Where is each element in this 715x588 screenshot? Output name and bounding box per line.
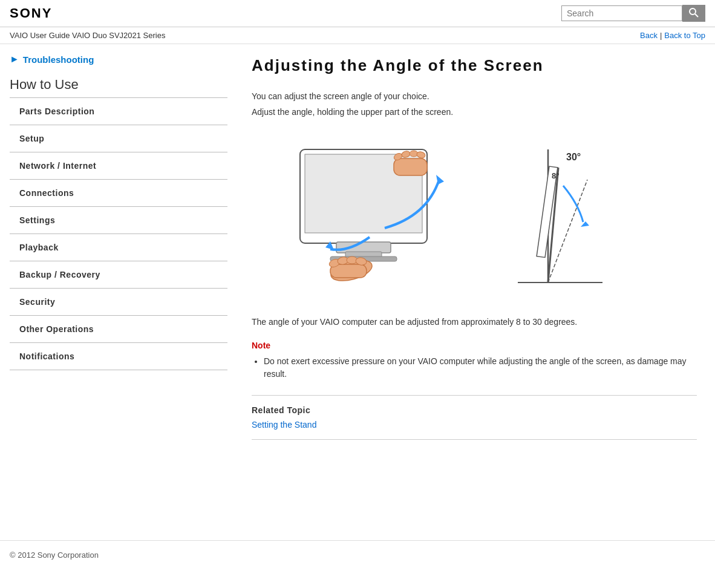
- note-list: Do not exert excessive pressure on your …: [264, 355, 697, 381]
- sony-logo: SONY: [10, 5, 52, 21]
- main-layout: ► Troubleshooting How to Use Parts Descr…: [0, 44, 715, 528]
- sidebar-item-backup-recovery[interactable]: Backup / Recovery: [10, 261, 227, 289]
- search-area: [561, 5, 705, 22]
- note-section: Note Do not exert excessive pressure on …: [252, 341, 697, 381]
- breadcrumb-title: VAIO User Guide VAIO Duo SVJ2021 Series: [10, 31, 165, 40]
- intro-line1: You can adjust the screen angle of your …: [252, 90, 697, 103]
- footer: © 2012 Sony Corporation: [0, 540, 715, 566]
- svg-rect-4: [336, 242, 391, 253]
- note-label: Note: [252, 341, 697, 350]
- illustration-area: 30° 8°: [252, 131, 697, 301]
- sidebar-item-playback[interactable]: Playback: [10, 234, 227, 261]
- how-to-use-heading: How to Use: [10, 77, 227, 93]
- nav-links: Back | Back to Top: [640, 31, 705, 40]
- copyright: © 2012 Sony Corporation: [10, 550, 99, 560]
- screen-tilt-illustration: [252, 131, 469, 301]
- right-illustration: 30° 8°: [494, 131, 615, 301]
- troubleshooting-heading[interactable]: ► Troubleshooting: [10, 54, 227, 65]
- content: Adjusting the Angle of the Screen You ca…: [227, 44, 715, 528]
- related-topic-link[interactable]: Setting the Stand: [252, 420, 316, 430]
- angle-description: The angle of your VAIO computer can be a…: [252, 315, 697, 328]
- angle-diagram-illustration: 30° 8°: [494, 131, 615, 301]
- related-topic-divider-bottom: [252, 439, 697, 440]
- troubleshooting-label: Troubleshooting: [23, 54, 94, 65]
- svg-point-0: [690, 8, 696, 15]
- sidebar-item-other-operations[interactable]: Other Operations: [10, 316, 227, 343]
- sidebar-item-notifications[interactable]: Notifications: [10, 343, 227, 370]
- svg-marker-25: [581, 221, 589, 227]
- left-illustration: [252, 131, 469, 301]
- svg-line-1: [695, 14, 698, 17]
- header: SONY: [0, 0, 715, 27]
- arrow-icon: ►: [10, 54, 19, 65]
- sidebar: ► Troubleshooting How to Use Parts Descr…: [0, 44, 227, 528]
- sidebar-item-settings[interactable]: Settings: [10, 207, 227, 234]
- back-to-top-link[interactable]: Back to Top: [664, 31, 705, 40]
- svg-text:30°: 30°: [566, 152, 581, 162]
- search-button[interactable]: [682, 5, 705, 22]
- breadcrumb-bar: VAIO User Guide VAIO Duo SVJ2021 Series …: [0, 27, 715, 44]
- related-topic-divider-top: [252, 395, 697, 396]
- svg-rect-13: [394, 158, 427, 175]
- back-link[interactable]: Back: [640, 31, 658, 40]
- intro-text: You can adjust the screen angle of your …: [252, 90, 697, 119]
- svg-text:8°: 8°: [552, 171, 559, 180]
- sidebar-item-network-internet[interactable]: Network / Internet: [10, 152, 227, 180]
- sidebar-item-security[interactable]: Security: [10, 289, 227, 316]
- search-input[interactable]: [561, 5, 682, 21]
- sidebar-item-connections[interactable]: Connections: [10, 180, 227, 207]
- sidebar-item-parts-description[interactable]: Parts Description: [10, 98, 227, 125]
- note-item: Do not exert excessive pressure on your …: [264, 355, 697, 381]
- page-title: Adjusting the Angle of the Screen: [252, 56, 697, 75]
- search-icon: [689, 8, 699, 18]
- nav-separator: |: [660, 31, 662, 40]
- intro-line2: Adjust the angle, holding the upper part…: [252, 105, 697, 119]
- related-topic-label: Related Topic: [252, 405, 697, 415]
- sidebar-item-setup[interactable]: Setup: [10, 125, 227, 152]
